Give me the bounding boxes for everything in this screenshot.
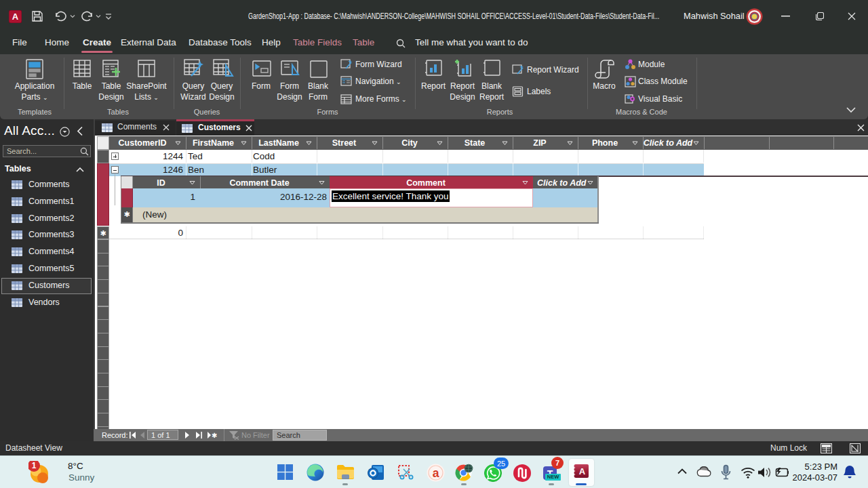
svg-text:7: 7: [555, 459, 559, 467]
svg-text:25: 25: [497, 460, 505, 468]
svg-text:1: 1: [32, 461, 37, 470]
svg-text:A: A: [579, 466, 586, 476]
svg-text:✱: ✱: [212, 432, 217, 439]
svg-text:A: A: [12, 12, 19, 22]
svg-text:a: a: [433, 466, 439, 480]
